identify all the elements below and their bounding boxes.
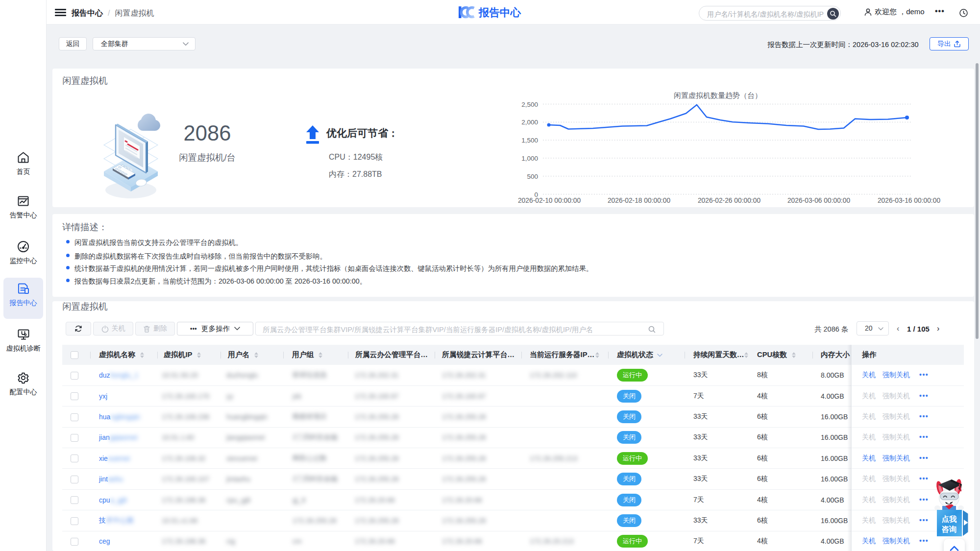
- svg-text:2026-02-18 00:00:00: 2026-02-18 00:00:00: [608, 197, 670, 204]
- svg-text:500: 500: [527, 173, 538, 180]
- svg-text:2026-03-16 00:00:00: 2026-03-16 00:00:00: [878, 197, 940, 204]
- svg-text:闲置虚拟机数量趋势（台）: 闲置虚拟机数量趋势（台）: [674, 91, 762, 99]
- svg-text:2026-02-26 00:00:00: 2026-02-26 00:00:00: [698, 197, 760, 204]
- svg-text:2026-02-10 00:00:00: 2026-02-10 00:00:00: [518, 197, 581, 204]
- svg-text:咨询: 咨询: [942, 525, 957, 533]
- svg-text:2,000: 2,000: [521, 119, 538, 126]
- svg-text:2026-03-06 00:00:00: 2026-03-06 00:00:00: [787, 197, 850, 204]
- svg-text:2,500: 2,500: [521, 101, 538, 108]
- svg-text:1,000: 1,000: [521, 155, 538, 162]
- svg-text:点我: 点我: [942, 515, 957, 523]
- svg-text:1,500: 1,500: [521, 137, 538, 144]
